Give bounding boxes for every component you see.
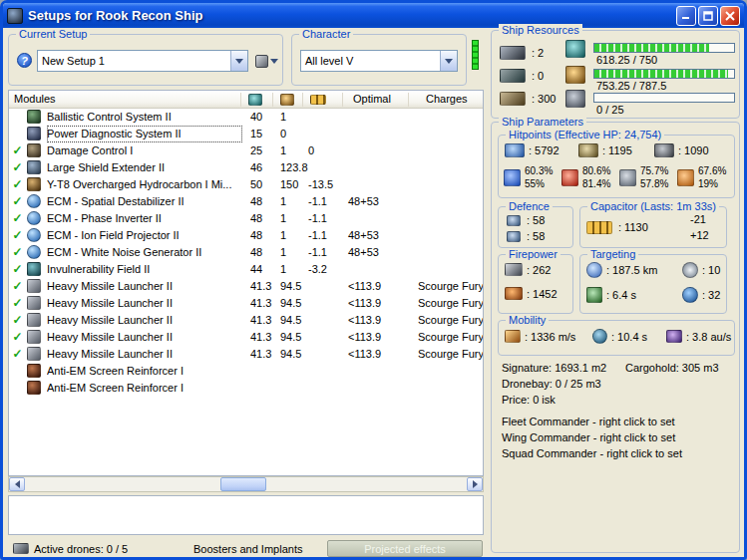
module-active-check-icon[interactable]: ✓ — [11, 210, 24, 227]
module-row[interactable]: ✓ Anti-EM Screen Reinforcer I — [9, 363, 483, 380]
module-cpu-value: 41.3 — [250, 278, 278, 295]
close-button[interactable] — [720, 6, 740, 26]
module-row[interactable]: ✓ ECM - White Noise Generator II 48 1 -1… — [9, 244, 483, 261]
module-cpu-value: 48 — [250, 227, 278, 244]
module-active-check-icon[interactable]: ✓ — [11, 159, 24, 176]
setup-select[interactable]: New Setup 1 — [37, 50, 248, 72]
modules-table: Modules Optimal Charges ✓ Ballistic Cont… — [8, 90, 484, 476]
module-optimal-value: 48+53 — [348, 227, 410, 244]
minimize-button[interactable] — [676, 6, 696, 26]
module-cpu-value: 48 — [250, 244, 278, 261]
module-active-check-icon[interactable]: ✓ — [11, 346, 24, 363]
module-active-check-icon[interactable]: ✓ — [11, 244, 24, 261]
setup-tools-button[interactable] — [253, 50, 280, 72]
character-group: Character All level V — [291, 34, 467, 86]
capacitor-column-icon[interactable] — [310, 95, 326, 105]
charges-column-header[interactable]: Charges — [426, 93, 468, 105]
boosters-implants-button[interactable]: Boosters and Implants — [193, 543, 302, 555]
module-cpu-value: 50 — [250, 176, 278, 193]
thermal-shield-resist: 80.6% — [582, 165, 610, 177]
cpu-column-icon[interactable] — [248, 94, 262, 106]
module-row[interactable]: ✓ Heavy Missile Launcher II 41.3 94.5 <1… — [9, 278, 483, 295]
module-powergrid-value: 1 — [280, 142, 308, 159]
capacitor-battery-icon — [586, 221, 612, 234]
module-row[interactable]: ✓ Ballistic Control System II 40 1 — [9, 109, 483, 126]
fleet-commander-text[interactable]: Fleet Commander - right click to set — [502, 416, 675, 427]
module-active-check-icon[interactable]: ✓ — [11, 227, 24, 244]
structure-hp-value: : 1090 — [678, 144, 709, 156]
maximize-button[interactable] — [698, 6, 718, 26]
module-powergrid-value: 1 — [280, 109, 308, 126]
module-name: Damage Control I — [47, 142, 242, 159]
module-capacitor-value: 0 — [308, 142, 346, 159]
column-separator — [240, 93, 241, 107]
mobility-label: Mobility — [506, 314, 549, 326]
module-name: ECM - Ion Field Projector II — [47, 227, 242, 244]
modules-column-header[interactable]: Modules — [14, 93, 56, 105]
chevron-down-icon — [445, 59, 453, 64]
explosive-resist-icon — [677, 169, 694, 186]
max-targets-value: : 10 — [702, 264, 720, 276]
module-active-check-icon[interactable]: ✓ — [11, 312, 24, 329]
module-row[interactable]: ✓ Large Shield Extender II 46 123.8 — [9, 159, 483, 176]
module-list: ✓ Ballistic Control System II 40 1 ✓ Pow… — [9, 109, 483, 475]
drones-panel[interactable] — [8, 495, 484, 535]
powergrid-column-icon[interactable] — [280, 94, 294, 106]
projected-effects-button[interactable]: Projected effects — [327, 540, 483, 557]
max-targets-icon — [682, 262, 698, 278]
module-active-check-icon[interactable]: ✓ — [11, 261, 24, 278]
module-row[interactable]: ✓ ECM - Ion Field Projector II 48 1 -1.1… — [9, 227, 483, 244]
module-row[interactable]: ✓ Y-T8 Overcharged Hydrocarbon I Mi... 5… — [9, 176, 483, 193]
scroll-right-button[interactable] — [467, 477, 483, 491]
module-row[interactable]: ✓ Damage Control I 25 1 0 — [9, 142, 483, 159]
modules-horizontal-scrollbar[interactable] — [8, 476, 484, 492]
module-active-check-icon[interactable]: ✓ — [11, 142, 24, 159]
module-powergrid-value: 94.5 — [280, 312, 308, 329]
cpu-bar-fill — [594, 44, 709, 52]
module-row[interactable]: ✓ ECM - Spatial Destabilizer II 48 1 -1.… — [9, 193, 483, 210]
current-setup-label: Current Setup — [16, 28, 90, 40]
module-name: ECM - Phase Inverter II — [47, 210, 242, 227]
module-icon — [27, 313, 41, 327]
module-row[interactable]: ✓ Power Diagnostic System II 15 0 — [9, 126, 483, 142]
module-row[interactable]: ✓ Heavy Missile Launcher II 41.3 94.5 <1… — [9, 312, 483, 329]
defence-group: Defence : 58 : 58 — [498, 206, 573, 248]
firepower-value-1: : 262 — [527, 264, 551, 276]
module-charge-value: Scourge Fury — [418, 295, 484, 312]
module-active-check-icon[interactable]: ✓ — [11, 193, 24, 210]
module-icon — [27, 127, 41, 140]
capacitor-boost-value: +12 — [690, 229, 709, 241]
module-active-check-icon[interactable]: ✓ — [11, 329, 24, 346]
module-row[interactable]: ✓ Anti-EM Screen Reinforcer I — [9, 380, 483, 397]
scroll-left-button[interactable] — [9, 477, 25, 491]
wing-commander-text[interactable]: Wing Commander - right click to set — [502, 431, 675, 443]
module-row[interactable]: ✓ Invulnerability Field II 44 1 -3.2 — [9, 261, 483, 278]
help-icon[interactable]: ? — [17, 53, 32, 68]
setup-select-arrow[interactable] — [230, 51, 247, 71]
character-select-arrow[interactable] — [440, 51, 457, 71]
module-name: ECM - White Noise Generator II — [47, 244, 242, 261]
character-select[interactable]: All level V — [300, 50, 458, 72]
module-active-check-icon[interactable]: ✓ — [11, 176, 24, 193]
module-active-check-icon[interactable]: ✓ — [11, 295, 24, 312]
module-row[interactable]: ✓ Heavy Missile Launcher II 41.3 94.5 <1… — [9, 295, 483, 312]
titlebar[interactable]: Setups for Rook Recon Ship — [3, 3, 744, 28]
character-label: Character — [299, 28, 353, 40]
capacitor-drain-value: -21 — [690, 213, 706, 225]
wrench-icon — [255, 55, 268, 68]
module-row[interactable]: ✓ ECM - Phase Inverter II 48 1 -1.1 — [9, 210, 483, 227]
dronebay-icon — [565, 90, 585, 108]
app-icon — [7, 8, 23, 24]
module-name: Y-T8 Overcharged Hydrocarbon I Mi... — [47, 176, 242, 193]
armor-hp-value: : 1195 — [602, 144, 632, 156]
optimal-column-header[interactable]: Optimal — [353, 93, 391, 105]
module-active-check-icon[interactable]: ✓ — [11, 278, 24, 295]
squad-commander-text[interactable]: Squad Commander - right click to set — [502, 447, 682, 459]
module-icon — [27, 143, 41, 157]
em-armor-resist: 55% — [525, 178, 545, 190]
module-cpu-value: 41.3 — [250, 346, 278, 363]
targeting-range-icon — [586, 262, 602, 278]
module-row[interactable]: ✓ Heavy Missile Launcher II 41.3 94.5 <1… — [9, 329, 483, 346]
scrollbar-thumb[interactable] — [220, 477, 266, 491]
module-row[interactable]: ✓ Heavy Missile Launcher II 41.3 94.5 <1… — [9, 346, 483, 363]
